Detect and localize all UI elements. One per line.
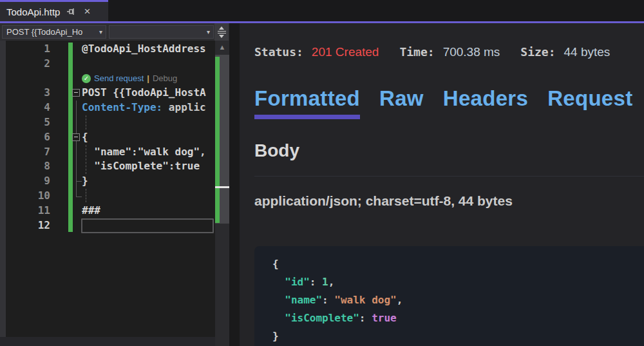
- http-editor-toolbar: POST {{TodoApi_Ho ▾ ▾: [0, 23, 229, 41]
- scrollbar-caret-marker: [215, 186, 229, 188]
- tab-todoapi-http[interactable]: TodoApi.http ×: [0, 0, 108, 21]
- pin-icon[interactable]: [66, 6, 76, 17]
- section-divider: [254, 176, 644, 177]
- editor-line-7: 7 "name":"walk dog",: [0, 145, 215, 160]
- header-value: applic: [162, 101, 205, 113]
- debug-link[interactable]: Debug: [153, 73, 177, 83]
- http-editor-pane: POST {{TodoApi_Ho ▾ ▾: [0, 23, 229, 346]
- tab-formatted[interactable]: Formatted: [254, 86, 360, 119]
- editor-line-6: 6 {: [0, 130, 215, 145]
- chevron-down-icon: ▾: [99, 28, 102, 35]
- editor-line-4: 4 Content-Type: applic: [0, 101, 215, 115]
- header-name: Content-Type: [82, 101, 156, 113]
- code-text-json-iscomplete[interactable]: "isComplete":true: [82, 159, 200, 174]
- split-arrow-down-icon: [219, 35, 224, 38]
- environment-selector-dropdown[interactable]: ▾: [109, 25, 214, 39]
- line-number: 5: [0, 115, 50, 130]
- editor-line-8: 8 "isComplete":true: [0, 159, 215, 174]
- editor-vertical-scrollbar[interactable]: ▲: [215, 41, 229, 346]
- request-selector-dropdown[interactable]: POST {{TodoApi_Ho ▾: [2, 25, 106, 39]
- header-colon: :: [156, 101, 163, 113]
- editor-line-2: 2: [0, 57, 215, 72]
- tab-title: TodoApi.http: [6, 6, 60, 17]
- tab-raw[interactable]: Raw: [379, 86, 424, 119]
- code-text-variable[interactable]: @TodoApi_HostAddress: [82, 42, 206, 57]
- editor-horizontal-scrollbar[interactable]: [0, 337, 215, 346]
- size-value: 44 bytes: [564, 45, 611, 59]
- json-line-id: "id": 1,: [272, 273, 644, 291]
- line-number: 9: [0, 174, 50, 189]
- response-status-row: Status: 201 Created Time: 700.38 ms Size…: [254, 45, 630, 59]
- codelens-row: ✓ Send request | Debug: [0, 72, 215, 86]
- tab-headers[interactable]: Headers: [443, 86, 528, 119]
- line-number: 3: [0, 86, 50, 101]
- split-line-icon: [218, 31, 226, 32]
- current-line-highlight: [81, 218, 214, 233]
- json-line-name: "name": "walk dog",: [272, 291, 644, 309]
- size-label: Size:: [520, 45, 555, 59]
- collapse-toggle-line6[interactable]: [72, 133, 80, 141]
- editor-line-11: 11 ###: [0, 204, 215, 218]
- code-text-delimiter[interactable]: ###: [82, 204, 100, 218]
- line-number: 4: [0, 101, 50, 115]
- editor-line-9: 9 }: [0, 174, 215, 189]
- response-body-json-box: { "id": 1, "name": "walk dog", "isComple…: [254, 246, 644, 346]
- status-value: 201 Created: [312, 45, 379, 59]
- content-type-summary: application/json; charset=utf-8, 44 byte…: [254, 193, 513, 209]
- close-icon[interactable]: ×: [82, 6, 92, 17]
- send-request-link[interactable]: Send request: [94, 73, 144, 83]
- chevron-down-icon: ▾: [207, 28, 210, 35]
- line-number: 8: [0, 159, 50, 174]
- editor-line-5: 5: [0, 115, 215, 130]
- tab-request[interactable]: Request: [547, 86, 632, 119]
- request-selector-value: POST {{TodoApi_Ho: [6, 27, 82, 37]
- line-number: 6: [0, 130, 50, 145]
- body-section-heading: Body: [254, 140, 299, 161]
- code-text-json-name[interactable]: "name":"walk dog",: [82, 145, 206, 160]
- code-text-request-line[interactable]: POST {{TodoApi_HostA: [82, 86, 206, 101]
- response-pane: Status: 201 Created Time: 700.38 ms Size…: [240, 23, 644, 346]
- line-number-active: 12: [0, 218, 50, 233]
- code-text-json-close[interactable]: }: [82, 174, 88, 189]
- pane-divider[interactable]: [229, 23, 240, 346]
- line-number: 7: [0, 145, 50, 160]
- code-text-header[interactable]: Content-Type: applic: [82, 101, 206, 115]
- editor-line-1: 1 @TodoApi_HostAddress: [0, 42, 215, 57]
- codelens-separator: |: [147, 73, 149, 83]
- json-line-iscomplete: "isComplete": true: [272, 309, 644, 327]
- response-tabs: Formatted Raw Headers Request: [254, 86, 632, 119]
- time-value: 700.38 ms: [443, 45, 500, 59]
- time-label: Time:: [399, 45, 434, 59]
- code-editor[interactable]: 1 @TodoApi_HostAddress 2 ✓ Send request …: [0, 41, 229, 346]
- scrollbar-change-map: [215, 57, 220, 223]
- line-number: 1: [0, 42, 50, 57]
- send-request-check-icon: ✓: [82, 74, 91, 83]
- editor-line-10: 10: [0, 189, 215, 204]
- json-line-close: }: [272, 327, 644, 345]
- code-text-json-open[interactable]: {: [82, 130, 88, 145]
- status-label: Status:: [254, 45, 303, 59]
- split-line-icon: [218, 33, 226, 34]
- scroll-up-arrow-icon[interactable]: ▲: [215, 43, 229, 51]
- visual-studio-window: TodoApi.http × POST {{TodoApi_Ho ▾ ▾: [0, 0, 644, 346]
- line-number: 11: [0, 204, 50, 218]
- code-lines: 1 @TodoApi_HostAddress 2 ✓ Send request …: [0, 42, 215, 233]
- line-number: 10: [0, 189, 50, 204]
- line-number: 2: [0, 57, 50, 72]
- json-line-open: {: [272, 255, 644, 273]
- document-tab-bar: TodoApi.http ×: [0, 0, 644, 21]
- collapse-toggle-line3[interactable]: [72, 89, 80, 97]
- split-view-button[interactable]: [214, 23, 229, 41]
- editor-line-3: 3 POST {{TodoApi_HostA: [0, 86, 215, 101]
- split-arrow-up-icon: [219, 26, 224, 30]
